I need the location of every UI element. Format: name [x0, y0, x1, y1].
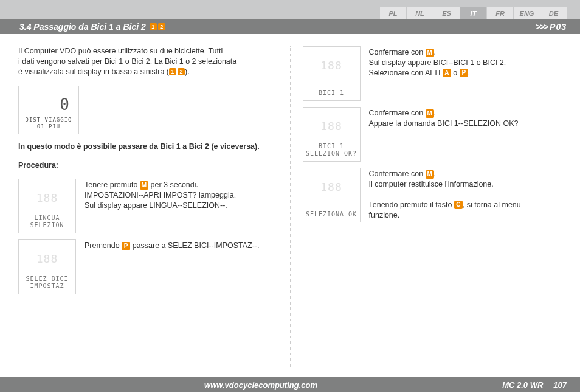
p-button-icon: P	[460, 69, 468, 77]
m-button-icon: M	[426, 49, 434, 57]
inline-bike1-icon: 1	[169, 68, 176, 75]
switch-headline: In questo modo è possibile passare da Bi…	[18, 142, 278, 152]
step1-post: per 3 secondi.	[148, 181, 198, 189]
lang-tab-es[interactable]: ES	[433, 7, 460, 19]
right-step-2: 188 BICI 1 SELEZION OK? Confermare con M…	[303, 107, 562, 162]
section-title-text: 3.4 Passaggio da Bici 1 a Bici 2	[19, 22, 146, 32]
r3-l3pre: Tenendo premuto il tasto	[369, 201, 454, 209]
lcd-bici1: 188 BICI 1	[303, 46, 361, 101]
lcd-intro-digit: 0	[22, 90, 75, 119]
left-column: Il Computer VDO può essere utilizzato su…	[18, 46, 290, 367]
lcd-bici1-ok-text: BICI 1 SELEZION OK?	[303, 143, 360, 157]
step1-pre: Tenere premuto	[85, 181, 140, 189]
left-step-2-text: Premendo P passare a SELEZ BICI--IMPOSTA…	[85, 239, 259, 294]
lang-tab-pl[interactable]: PL	[379, 7, 406, 19]
lang-tab-fr[interactable]: FR	[486, 7, 513, 19]
language-tabs: PL NL ES IT FR ENG DE	[379, 7, 567, 19]
step2-pre: Premendo	[85, 241, 122, 250]
manual-page: PL NL ES IT FR ENG DE 3.4 Passaggio da B…	[0, 0, 580, 392]
footer-page-number: 107	[548, 380, 567, 390]
bike1-icon: 1	[150, 23, 157, 30]
lcd-seleziona-ok-text: SELEZIONA OK	[303, 211, 360, 218]
r3-l2: Il computer restituisce l'informazione.	[369, 180, 494, 188]
section-title: 3.4 Passaggio da Bici 1 a Bici 2 1 2	[19, 22, 165, 32]
lang-tab-nl[interactable]: NL	[406, 7, 433, 19]
left-step-2: 188 SELEZ BICI IMPOSTAZ Premendo P passa…	[18, 239, 278, 294]
intro-paragraph: Il Computer VDO può essere utilizzato su…	[18, 46, 278, 77]
lang-tab-eng[interactable]: ENG	[513, 7, 540, 19]
footer-url: www.vdocyclecomputing.com	[19, 380, 502, 390]
right-step-3-text: Confermare con M. Il computer restituisc…	[369, 168, 521, 222]
footer-model: MC 2.0 WR	[502, 380, 548, 390]
step2-post: passare a SELEZ BICI--IMPOSTAZ--.	[130, 241, 259, 250]
right-column: 188 BICI 1 Confermare con M. Sul display…	[290, 46, 562, 367]
r3-post: .	[434, 170, 436, 178]
right-step-2-text: Confermare con M. Appare la domanda BICI…	[369, 107, 519, 162]
r1-l3mid: o	[451, 69, 460, 77]
r1-pre: Confermare con	[369, 48, 426, 57]
left-step-1-text: Tenere premuto M per 3 secondi. IMPOSTAZ…	[85, 179, 236, 233]
m-button-icon: M	[140, 181, 148, 190]
procedure-label: Procedura:	[18, 160, 278, 171]
a-button-icon: A	[443, 69, 451, 77]
r3-l4: funzione.	[369, 211, 400, 219]
page-ref-code: P03	[550, 22, 567, 32]
right-step-1: 188 BICI 1 Confermare con M. Sul display…	[303, 46, 562, 101]
m-button-icon: M	[426, 170, 434, 179]
lcd-lingua: 188 LINGUA SELEZION	[18, 179, 76, 233]
lcd-seleziona-ok: 188 SELEZIONA OK	[303, 168, 361, 222]
r2-pre: Confermare con	[369, 109, 426, 117]
lcd-bici1-text: BICI 1	[303, 89, 360, 97]
r2-post: .	[434, 109, 436, 117]
r1-l3pre: Selezionare con ALTI	[369, 69, 443, 77]
p-button-icon: P	[122, 242, 130, 250]
r1-l2: Sul display appare BICI--BICI 1 o BICI 2…	[369, 58, 506, 67]
page-ref-arrows: >>>	[536, 22, 548, 32]
top-bar: PL NL ES IT FR ENG DE	[0, 0, 580, 19]
r1-l3post: .	[468, 69, 470, 77]
lcd-selez-bici-text: SELEZ BICI IMPOSTAZ	[19, 275, 75, 290]
inline-bike2-icon: 2	[178, 68, 185, 75]
intro-line3b: ).	[185, 67, 190, 76]
r3-pre: Confermare con	[369, 170, 426, 178]
r2-l2: Appare la domanda BICI 1--SELEZION OK?	[369, 119, 519, 128]
lcd-bici1-ok: 188 BICI 1 SELEZION OK?	[303, 107, 361, 162]
step1-line2: IMPOSTAZIONI--APRI IMPOST? lampeggia.	[85, 191, 236, 199]
right-step-3: 188 SELEZIONA OK Confermare con M. Il co…	[303, 168, 562, 222]
m-button-icon: M	[426, 109, 434, 118]
body: Il Computer VDO può essere utilizzato su…	[0, 34, 580, 367]
lang-tab-de[interactable]: DE	[540, 7, 567, 19]
c-button-icon: C	[454, 201, 463, 209]
step1-line3: Sul display appare LINGUA--SELEZION--.	[85, 201, 227, 210]
intro-line1: Il Computer VDO può essere utilizzato su…	[18, 47, 223, 55]
intro-line2: i dati vengono salvati per Bici 1 o Bici…	[18, 57, 236, 66]
page-reference: >>>P03	[536, 22, 567, 32]
lcd-intro: 0 DIST VIAGGIO 01 PIU	[18, 86, 79, 134]
lang-tab-it[interactable]: IT	[460, 7, 486, 19]
r1-post: .	[434, 48, 436, 57]
lcd-lingua-text: LINGUA SELEZION	[19, 215, 75, 229]
r3-l3post: , si torna al menu	[463, 201, 521, 209]
right-step-1-text: Confermare con M. Sul display appare BIC…	[369, 46, 506, 101]
footer-bar: www.vdocyclecomputing.com MC 2.0 WR 107	[0, 377, 580, 392]
section-bar: 3.4 Passaggio da Bici 1 a Bici 2 1 2 >>>…	[0, 19, 580, 34]
intro-line3a: è visualizzata sul display in basso a si…	[18, 67, 169, 76]
lcd-intro-text: DIST VIAGGIO 01 PIU	[19, 117, 78, 130]
bike2-icon: 2	[158, 23, 165, 30]
lcd-selez-bici: 188 SELEZ BICI IMPOSTAZ	[18, 239, 76, 294]
left-step-1: 188 LINGUA SELEZION Tenere premuto M per…	[18, 179, 278, 233]
